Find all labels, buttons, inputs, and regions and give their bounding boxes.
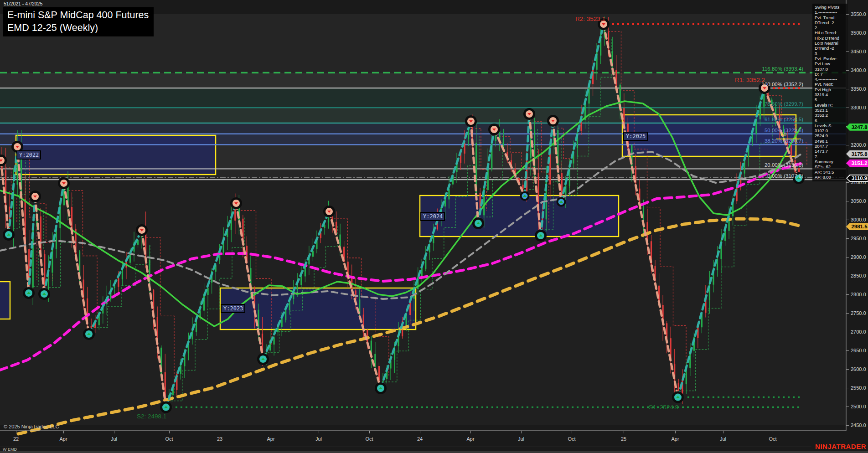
price-tick-label: 3450.0 (851, 49, 866, 54)
ninjatrader-logo: NINJATRADER (815, 443, 866, 450)
price-tick-label: 2750.0 (851, 310, 866, 316)
candle-body (118, 278, 119, 287)
candle-body (254, 288, 255, 313)
swing-panel-line: 2047.7 (815, 144, 847, 149)
price-chart-canvas[interactable]: F0116.80% (3393.4)100.00% (3352.2)78.60%… (0, 0, 868, 453)
candle-body (480, 193, 481, 210)
swing-pivots-panel: Swing Pivots1.-------------Pvt. Trend:DT… (812, 4, 847, 181)
sr-label-R2: R2: 3523.1 (575, 15, 605, 22)
time-tick-label: Jul (111, 436, 117, 442)
candle-body (91, 326, 92, 328)
swing-panel-line: 3352.2 (815, 113, 847, 118)
price-tick-mark (846, 145, 849, 145)
candle-body (643, 203, 644, 221)
candle-body (615, 70, 617, 87)
price-tick-label: 3000.0 (851, 217, 866, 222)
time-tick-label: Jul (315, 436, 322, 442)
candle-body (56, 229, 57, 249)
time-tick-label: Apr (671, 436, 679, 442)
price-zone-band (0, 72, 846, 88)
price-tick-mark (846, 313, 849, 314)
price-tick-label: 2900.0 (851, 254, 866, 260)
swing-panel-line: 1473.7 (815, 149, 847, 154)
swing-panel-line: 4.------------- (815, 77, 847, 82)
sr-label-S1: S1: 2524.9 (649, 404, 678, 411)
time-tick-mark (16, 431, 16, 433)
time-tick-mark (470, 431, 471, 433)
price-marker-value: 2981.5 (850, 223, 868, 230)
contract-period-title: EMD 12-25 (Weekly) (7, 21, 149, 34)
candle-body (790, 145, 792, 155)
price-tick-label: 3350.0 (851, 86, 866, 92)
price-tick-label: 3300.0 (851, 105, 866, 110)
price-tick-mark (846, 14, 849, 15)
candle-body (196, 321, 197, 332)
price-tick-mark (846, 108, 849, 108)
axis-separator (0, 447, 811, 447)
year-box-Y-2021 (0, 282, 10, 319)
price-marker-value: 3151.2 (850, 160, 868, 167)
swing-panel-line: 2524.9 (815, 133, 847, 138)
swing-panel-line: Hi:-2 DTrend (815, 36, 847, 41)
price-tick-mark (846, 257, 849, 257)
price-tick-label: 2850.0 (851, 273, 866, 278)
bottom-strip (0, 451, 868, 453)
time-tick-mark (63, 431, 64, 433)
price-tick-label: 3500.0 (851, 30, 866, 36)
price-marker-tag: 3110.9 (846, 175, 868, 182)
year-box-Y-2023 (220, 288, 416, 329)
price-tick-label: 2550.0 (851, 385, 866, 391)
candle-body (5, 170, 6, 209)
time-tick-label: Jul (720, 436, 726, 442)
price-tick-mark (846, 369, 849, 370)
time-tick-mark (521, 431, 522, 433)
time-tick-label: Apr (59, 436, 67, 442)
time-tick-label: Apr (466, 436, 474, 442)
swing-panel-line: 3107.0 (815, 128, 847, 133)
price-tick-label: 2950.0 (851, 236, 866, 241)
price-marker-value: 3110.9 (850, 175, 868, 182)
price-tick-label: 2600.0 (851, 366, 866, 372)
swing-panel-line: Pvt. Evolve: (815, 56, 847, 61)
price-tick-mark (846, 51, 849, 52)
time-tick-label: Oct (568, 436, 575, 442)
price-tick-mark (846, 407, 849, 407)
swing-panel-line: 3.------------- (815, 51, 847, 56)
candle-body (129, 253, 131, 263)
fib-label: 0.00% (3107.0) (767, 173, 803, 179)
swing-panel-line: Lo:0 Neutral (815, 41, 847, 46)
price-tick-mark (846, 425, 849, 426)
date-range: 51/2021 - 47/2025 (4, 1, 42, 6)
price-marker-value: 3247.8 (850, 124, 868, 131)
time-tick-mark (369, 431, 370, 433)
swing-panel-line: D: 7 (815, 72, 847, 77)
swing-panel-line: Pvt. Trend: (815, 15, 847, 20)
candle-body (448, 189, 450, 200)
time-axis[interactable]: 22AprJulOct23AprJulOct24AprJulOct25AprJu… (0, 431, 868, 449)
fib-label: 100.00% (3352.2) (762, 82, 804, 87)
year-label-Y-2024: Y:2024 (423, 213, 443, 220)
swing-panel-line: 6.------------- (815, 118, 847, 123)
price-marker-tag: 3175.8 (846, 150, 868, 158)
sr-label-R1: R1: 3352.2 (735, 77, 765, 83)
time-tick-mark (675, 431, 676, 433)
time-tick-label: Oct (769, 436, 776, 442)
price-tick-mark (846, 33, 849, 33)
price-axis[interactable]: 3550.03500.03450.03400.03350.03300.03200… (846, 0, 868, 431)
swing-panel-line: AF: 8.00 (815, 175, 847, 180)
swing-panel-line: DTrend -2 (815, 20, 847, 25)
swing-panel-line: 3107.0 (815, 67, 847, 72)
price-tick-mark (846, 220, 849, 220)
price-tick-label: 2800.0 (851, 292, 866, 297)
swing-panel-line: 3319.4 (815, 92, 847, 97)
fib-label: 50.00% (3229.6) (765, 128, 803, 133)
price-tick-label: 3400.0 (851, 67, 866, 73)
time-tick-label: 22 (13, 436, 19, 442)
price-tick-label: 3550.0 (851, 11, 866, 17)
sr-label-S2: S2: 2498.1 (137, 413, 166, 420)
swing-panel-line: SP's: 62 (815, 164, 847, 169)
fib-label: 78.60% (3299.7) (765, 101, 803, 107)
time-tick-label: Oct (365, 436, 373, 442)
price-tick-label: 2450.0 (851, 422, 866, 428)
time-tick-mark (319, 431, 319, 433)
